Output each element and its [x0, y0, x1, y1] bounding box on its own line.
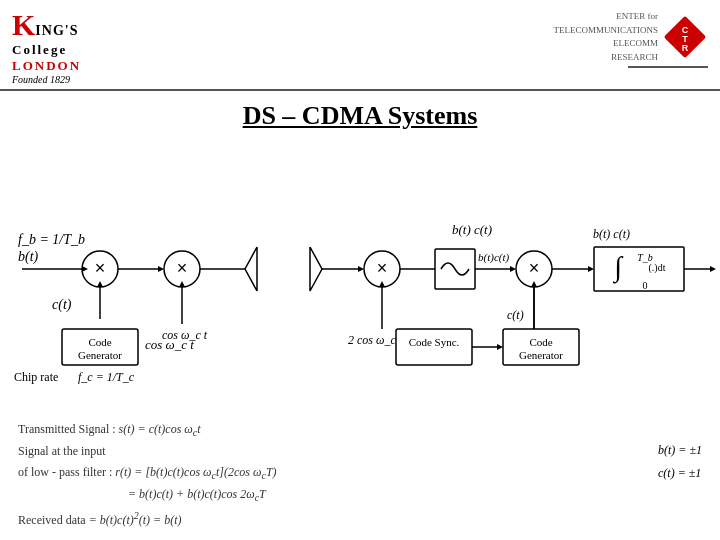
- page-title: DS – CDMA Systems: [0, 101, 720, 131]
- ctr-logo: ENTER for TELECOMMUNICATIONS ELECOMM RES…: [554, 8, 709, 68]
- logo-kings-line: K ING'S: [12, 8, 81, 42]
- chip-rate-label: Chip rate: [14, 370, 58, 384]
- ctr-line2: TELECOMMUNICATIONS: [554, 24, 659, 38]
- bct-label: b(t) c(t): [452, 222, 492, 237]
- fc-label: f_c = 1/T_c: [78, 370, 135, 384]
- ctr-line4: RESEARCH: [554, 51, 659, 65]
- k-letter: K: [12, 8, 35, 42]
- ctr-line3: ELECOMM: [554, 37, 659, 51]
- diagram-area: f_b = 1/T_b b(t) c(t) × Code Generator C…: [0, 139, 720, 399]
- antenna-rx: [310, 247, 322, 291]
- code-gen-left-line1: Code: [88, 336, 111, 348]
- bct-top-label: b(t) c(t): [593, 227, 630, 241]
- london-text: LONDON: [12, 58, 81, 74]
- received-eq: = b(t)c(t)2(t) = b(t): [89, 513, 182, 527]
- sig-input-label: Signal at the input: [18, 444, 106, 458]
- code-gen-left-line2: Generator: [78, 349, 122, 361]
- bt-label: b(t): [18, 249, 39, 265]
- received-label: Received data: [18, 513, 86, 527]
- lowpass-expand-eq: = b(t)c(t) + b(t)c(t)cos 2ωcT: [128, 487, 266, 501]
- lowpass-label: of low - pass filter :: [18, 465, 112, 479]
- college-text: College: [12, 42, 81, 58]
- arrowhead-11: [710, 266, 716, 272]
- mult1-symbol: ×: [95, 258, 106, 278]
- svg-text:R: R: [682, 43, 689, 53]
- ct-label: c(t): [52, 297, 72, 313]
- antenna-tx: [245, 247, 257, 291]
- arrowhead-9: [497, 344, 503, 350]
- eq-right: b(t) = ±1 c(t) = ±1: [658, 419, 702, 530]
- fb-label: f_b = 1/T_b: [18, 232, 85, 247]
- eq-left: Transmitted Signal : s(t) = c(t)cos ωct …: [18, 419, 277, 530]
- zero-lower: 0: [643, 280, 648, 291]
- mult4-symbol: ×: [529, 258, 540, 278]
- eq-transmitted: Transmitted Signal : s(t) = c(t)cos ωct: [18, 419, 277, 441]
- c-pm1: c(t) = ±1: [658, 462, 702, 485]
- eq-lowpass: of low - pass filter : r(t) = [b(t)c(t)c…: [18, 462, 277, 484]
- code-gen-right-line2: Generator: [519, 349, 563, 361]
- arrowhead-10: [588, 266, 594, 272]
- mult3-symbol: ×: [377, 258, 388, 278]
- arrowhead-7: [510, 266, 516, 272]
- block-diagram: f_b = 1/T_b b(t) c(t) × Code Generator C…: [0, 139, 720, 399]
- header: K ING'S College LONDON Founded 1829 ENTE…: [0, 0, 720, 91]
- ctr-line1: ENTER for: [554, 10, 659, 24]
- tx-signal-label: Transmitted Signal :: [18, 422, 116, 436]
- founded-text: Founded 1829: [12, 74, 81, 85]
- ings-text: ING'S: [35, 23, 78, 39]
- logo-area: K ING'S College LONDON Founded 1829: [12, 8, 81, 85]
- b-pm1: b(t) = ±1: [658, 439, 702, 462]
- code-sync-line1: Code Sync.: [409, 336, 460, 348]
- mult2-symbol: ×: [177, 258, 188, 278]
- eq-signal-input: Signal at the input: [18, 441, 277, 461]
- ct-rx-label: c(t): [507, 308, 524, 322]
- ctr-diamond-logo: C T R: [662, 14, 708, 60]
- arrowhead-5: [358, 266, 364, 272]
- integrand: (.)dt: [649, 262, 666, 274]
- code-gen-right-line1: Code: [529, 336, 552, 348]
- lowpass-eq: r(t) = [b(t)c(t)cos ωct](2cos ωcT): [115, 465, 276, 479]
- equations-area: Transmitted Signal : s(t) = c(t)cos ωct …: [0, 419, 720, 530]
- tx-signal-eq: s(t) = c(t)cos ωct: [119, 422, 201, 436]
- bct-label2: b(t)c(t): [478, 251, 509, 264]
- cos-label-tx: cos ω_c t: [162, 328, 208, 342]
- eq-lowpass-expand: = b(t)c(t) + b(t)c(t)cos 2ωcT: [18, 484, 277, 506]
- two-cos-label: 2 cos ω_c t: [348, 333, 403, 347]
- arrowhead-3: [158, 266, 164, 272]
- eq-received: Received data = b(t)c(t)2(t) = b(t): [18, 507, 277, 530]
